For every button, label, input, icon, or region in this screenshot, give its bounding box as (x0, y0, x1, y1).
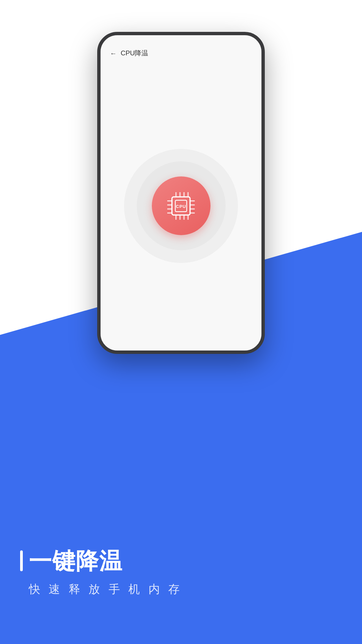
back-arrow-icon[interactable]: ← (110, 50, 117, 57)
circles-area: CPU (124, 61, 238, 351)
circle-middle: CPU (137, 161, 226, 250)
main-title-row: 一键降温 (20, 549, 342, 572)
screen-title: CPU降温 (121, 49, 148, 58)
subtitle-text: 快 速 释 放 手 机 内 存 (20, 582, 342, 597)
phone-header: ← CPU降温 (101, 35, 261, 61)
svg-text:CPU: CPU (176, 204, 186, 209)
main-title-text: 一键降温 (29, 549, 123, 572)
phone-mockup: ← CPU降温 (97, 32, 265, 354)
cpu-cooling-button[interactable]: CPU (152, 176, 210, 235)
circle-outer: CPU (124, 149, 238, 263)
phone-frame: ← CPU降温 (97, 32, 265, 354)
title-accent-bar (20, 550, 23, 571)
bottom-section: 一键降温 快 速 释 放 手 机 内 存 (20, 549, 342, 597)
cpu-chip-icon: CPU (166, 191, 196, 221)
phone-screen: ← CPU降温 (101, 35, 261, 351)
